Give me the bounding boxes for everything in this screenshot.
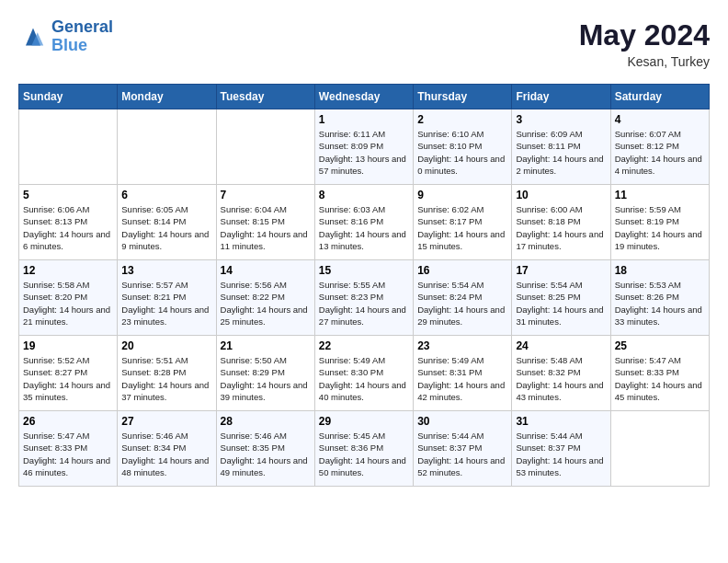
day-info: Sunrise: 6:09 AMSunset: 8:11 PMDaylight:… [516,128,606,177]
day-number: 4 [615,113,705,126]
calendar-cell: 3Sunrise: 6:09 AMSunset: 8:11 PMDaylight… [512,109,610,185]
day-number: 5 [23,189,113,201]
calendar-table: SundayMondayTuesdayWednesdayThursdayFrid… [18,84,710,487]
day-info: Sunrise: 6:05 AMSunset: 8:14 PMDaylight:… [121,203,211,252]
calendar-cell: 27Sunrise: 5:46 AMSunset: 8:34 PMDayligh… [118,411,216,487]
calendar-cell: 6Sunrise: 6:05 AMSunset: 8:14 PMDaylight… [118,185,216,260]
day-number: 25 [615,339,705,352]
day-info: Sunrise: 5:58 AMSunset: 8:20 PMDaylight:… [23,279,113,327]
calendar-cell: 11Sunrise: 5:59 AMSunset: 8:19 PMDayligh… [610,185,709,260]
day-info: Sunrise: 5:59 AMSunset: 8:19 PMDaylight:… [615,203,705,252]
calendar-week-row: 5Sunrise: 6:06 AMSunset: 8:13 PMDaylight… [19,185,710,260]
calendar-cell: 20Sunrise: 5:51 AMSunset: 8:28 PMDayligh… [118,336,216,411]
calendar-cell: 4Sunrise: 6:07 AMSunset: 8:12 PMDaylight… [610,109,709,185]
calendar-cell: 1Sunrise: 6:11 AMSunset: 8:09 PMDaylight… [314,109,413,185]
day-number: 31 [516,415,606,428]
calendar-cell: 10Sunrise: 6:00 AMSunset: 8:18 PMDayligh… [512,185,610,260]
calendar-cell: 26Sunrise: 5:47 AMSunset: 8:33 PMDayligh… [19,411,118,487]
calendar-cell: 16Sunrise: 5:54 AMSunset: 8:24 PMDayligh… [414,260,512,336]
calendar-cell: 22Sunrise: 5:49 AMSunset: 8:30 PMDayligh… [314,336,413,411]
calendar-cell: 31Sunrise: 5:44 AMSunset: 8:37 PMDayligh… [512,411,610,487]
day-info: Sunrise: 5:51 AMSunset: 8:28 PMDaylight:… [121,354,211,403]
day-number: 8 [319,189,409,201]
day-info: Sunrise: 6:07 AMSunset: 8:12 PMDaylight:… [615,128,705,177]
calendar-header-row: SundayMondayTuesdayWednesdayThursdayFrid… [19,85,710,109]
calendar-cell: 19Sunrise: 5:52 AMSunset: 8:27 PMDayligh… [19,336,118,411]
column-header-monday: Monday [118,85,216,109]
logo: General Blue [18,18,113,55]
column-header-tuesday: Tuesday [216,85,314,109]
day-number: 9 [417,189,507,201]
day-number: 30 [417,415,507,428]
day-info: Sunrise: 6:04 AMSunset: 8:15 PMDaylight:… [221,203,311,252]
day-number: 19 [23,339,113,352]
day-info: Sunrise: 6:02 AMSunset: 8:17 PMDaylight:… [417,203,507,252]
day-number: 26 [23,415,113,428]
location: Kesan, Turkey [579,54,710,69]
day-number: 1 [319,113,409,126]
calendar-cell: 8Sunrise: 6:03 AMSunset: 8:16 PMDaylight… [314,185,413,260]
day-number: 18 [615,264,705,277]
day-info: Sunrise: 5:46 AMSunset: 8:35 PMDaylight:… [221,430,311,478]
calendar-cell: 14Sunrise: 5:56 AMSunset: 8:22 PMDayligh… [216,260,314,336]
day-info: Sunrise: 5:47 AMSunset: 8:33 PMDaylight:… [615,354,705,403]
day-info: Sunrise: 5:47 AMSunset: 8:33 PMDaylight:… [23,430,113,478]
day-number: 14 [221,264,311,277]
day-number: 6 [121,189,211,201]
calendar-cell: 9Sunrise: 6:02 AMSunset: 8:17 PMDaylight… [414,185,512,260]
month-title: May 2024 [579,18,710,52]
day-number: 10 [516,189,606,201]
day-info: Sunrise: 5:55 AMSunset: 8:23 PMDaylight:… [319,279,409,327]
day-info: Sunrise: 5:53 AMSunset: 8:26 PMDaylight:… [615,279,705,327]
calendar-week-row: 12Sunrise: 5:58 AMSunset: 8:20 PMDayligh… [19,260,710,336]
day-number: 2 [417,113,507,126]
day-number: 27 [121,415,211,428]
day-number: 29 [319,415,409,428]
day-info: Sunrise: 5:46 AMSunset: 8:34 PMDaylight:… [121,430,211,478]
calendar-cell: 13Sunrise: 5:57 AMSunset: 8:21 PMDayligh… [118,260,216,336]
day-info: Sunrise: 5:44 AMSunset: 8:37 PMDaylight:… [516,430,606,478]
column-header-friday: Friday [512,85,610,109]
day-info: Sunrise: 5:44 AMSunset: 8:37 PMDaylight:… [417,430,507,478]
day-number: 21 [221,339,311,352]
day-number: 22 [319,339,409,352]
day-number: 23 [417,339,507,352]
day-info: Sunrise: 6:10 AMSunset: 8:10 PMDaylight:… [417,128,507,177]
calendar-cell [19,109,118,185]
calendar-cell: 7Sunrise: 6:04 AMSunset: 8:15 PMDaylight… [216,185,314,260]
day-number: 15 [319,264,409,277]
day-number: 11 [615,189,705,201]
day-number: 20 [121,339,211,352]
column-header-sunday: Sunday [19,85,118,109]
day-info: Sunrise: 5:52 AMSunset: 8:27 PMDaylight:… [23,354,113,403]
page-header: General Blue May 2024 Kesan, Turkey [18,18,710,69]
calendar-cell [610,411,709,487]
day-info: Sunrise: 6:03 AMSunset: 8:16 PMDaylight:… [319,203,409,252]
day-info: Sunrise: 5:48 AMSunset: 8:32 PMDaylight:… [516,354,606,403]
day-number: 3 [516,113,606,126]
calendar-week-row: 19Sunrise: 5:52 AMSunset: 8:27 PMDayligh… [19,336,710,411]
day-info: Sunrise: 5:45 AMSunset: 8:36 PMDaylight:… [319,430,409,478]
day-number: 13 [121,264,211,277]
logo-text: General Blue [51,18,113,55]
day-info: Sunrise: 5:49 AMSunset: 8:31 PMDaylight:… [417,354,507,403]
title-block: May 2024 Kesan, Turkey [579,18,710,69]
calendar-cell: 17Sunrise: 5:54 AMSunset: 8:25 PMDayligh… [512,260,610,336]
calendar-cell: 15Sunrise: 5:55 AMSunset: 8:23 PMDayligh… [314,260,413,336]
day-info: Sunrise: 6:00 AMSunset: 8:18 PMDaylight:… [516,203,606,252]
calendar-cell: 18Sunrise: 5:53 AMSunset: 8:26 PMDayligh… [610,260,709,336]
calendar-cell [118,109,216,185]
calendar-cell: 30Sunrise: 5:44 AMSunset: 8:37 PMDayligh… [414,411,512,487]
column-header-saturday: Saturday [610,85,709,109]
calendar-body: 1Sunrise: 6:11 AMSunset: 8:09 PMDaylight… [19,109,710,487]
day-info: Sunrise: 5:54 AMSunset: 8:25 PMDaylight:… [516,279,606,327]
calendar-cell: 21Sunrise: 5:50 AMSunset: 8:29 PMDayligh… [216,336,314,411]
calendar-cell: 2Sunrise: 6:10 AMSunset: 8:10 PMDaylight… [414,109,512,185]
day-number: 17 [516,264,606,277]
calendar-cell: 5Sunrise: 6:06 AMSunset: 8:13 PMDaylight… [19,185,118,260]
day-info: Sunrise: 5:49 AMSunset: 8:30 PMDaylight:… [319,354,409,403]
day-number: 16 [417,264,507,277]
day-info: Sunrise: 6:11 AMSunset: 8:09 PMDaylight:… [319,128,409,177]
day-info: Sunrise: 5:50 AMSunset: 8:29 PMDaylight:… [221,354,311,403]
day-info: Sunrise: 5:56 AMSunset: 8:22 PMDaylight:… [221,279,311,327]
